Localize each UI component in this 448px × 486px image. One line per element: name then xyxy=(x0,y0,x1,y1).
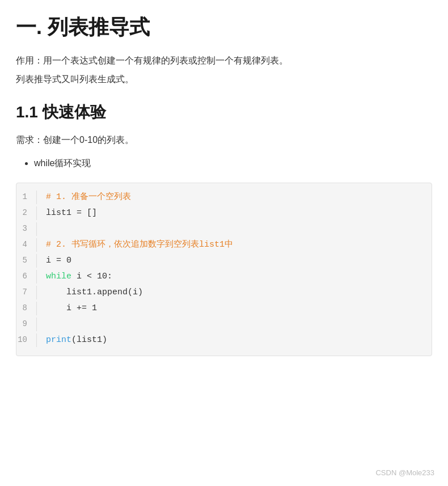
line-num-10: 10 xyxy=(16,333,37,347)
list-item-while: while循环实现 xyxy=(34,155,432,172)
code-content-7: list1.append(i) xyxy=(46,285,422,300)
code-block: 1 # 1. 准备一个空列表 2 list1 = [] 3 4 # 2. 书写循… xyxy=(16,183,432,356)
code-content-3 xyxy=(46,222,422,236)
code-line-4: 4 # 2. 书写循环，依次追加数字到空列表list1中 xyxy=(16,238,432,253)
requirement-text: 需求：创建一个0-10的列表。 xyxy=(16,132,432,149)
code-content-2: list1 = [] xyxy=(46,206,422,221)
code-content-10: print(list1) xyxy=(46,333,422,348)
code-line-6: 6 while i < 10: xyxy=(16,269,432,285)
line-num-1: 1 xyxy=(16,191,37,204)
section-title-1-1: 1.1 快速体验 xyxy=(16,102,432,123)
watermark: CSDN @Mole233 xyxy=(375,468,434,477)
line-num-8: 8 xyxy=(16,302,37,315)
code-content-6: while i < 10: xyxy=(46,269,422,284)
code-line-3: 3 xyxy=(16,222,432,238)
code-content-4: # 2. 书写循环，依次追加数字到空列表list1中 xyxy=(46,238,422,252)
line-num-5: 5 xyxy=(16,254,37,268)
code-line-10: 10 print(list1) xyxy=(16,333,432,349)
code-content-9 xyxy=(46,317,422,332)
line-num-3: 3 xyxy=(16,222,37,236)
code-line-9: 9 xyxy=(16,317,432,333)
code-content-8: i += 1 xyxy=(46,301,422,316)
code-line-1: 1 # 1. 准备一个空列表 xyxy=(16,190,432,206)
code-content-5: i = 0 xyxy=(46,253,422,268)
line-num-4: 4 xyxy=(16,238,37,252)
page-title: 一. 列表推导式 xyxy=(16,14,432,41)
code-line-5: 5 i = 0 xyxy=(16,253,432,269)
code-content-1: # 1. 准备一个空列表 xyxy=(46,190,422,205)
code-line-2: 2 list1 = [] xyxy=(16,206,432,222)
line-num-7: 7 xyxy=(16,286,37,299)
bullet-list: while循环实现 xyxy=(34,155,432,172)
line-num-2: 2 xyxy=(16,206,37,220)
desc-line1: 作用：用一个表达式创建一个有规律的列表或控制一个有规律列表。 xyxy=(16,53,432,69)
line-num-9: 9 xyxy=(16,318,37,331)
code-line-8: 8 i += 1 xyxy=(16,301,432,317)
line-num-6: 6 xyxy=(16,270,37,284)
code-line-7: 7 list1.append(i) xyxy=(16,285,432,301)
desc-line2: 列表推导式又叫列表生成式。 xyxy=(16,71,432,88)
